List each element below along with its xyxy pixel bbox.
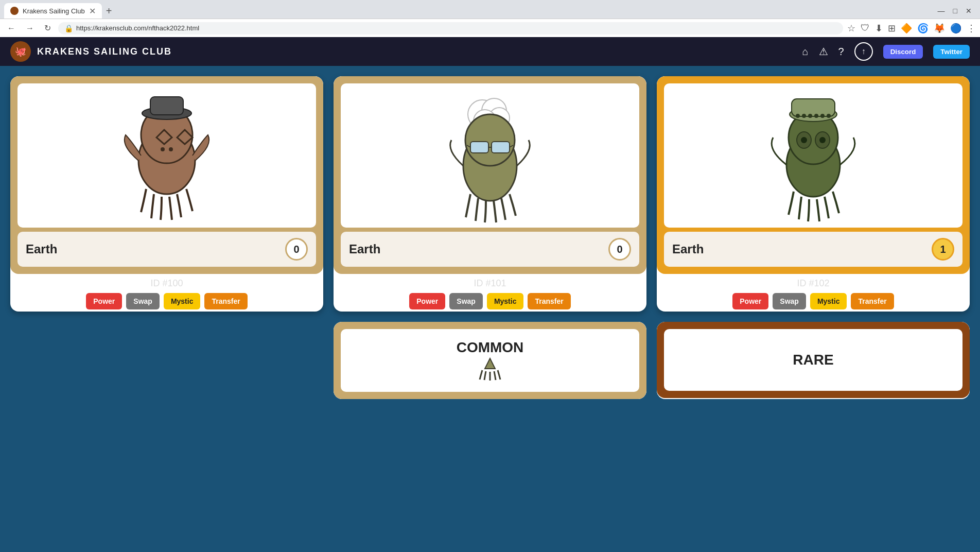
card-count-102: 1: [932, 238, 954, 261]
reload-button[interactable]: ↻: [41, 22, 54, 34]
svg-rect-15: [492, 142, 510, 153]
card-footer-100: Earth 0: [18, 232, 316, 267]
card-footer-101: Earth 0: [341, 232, 639, 267]
card-buttons-101: Power Swap Mystic Transfer: [334, 293, 646, 312]
svg-point-23: [796, 114, 800, 118]
card-count-100: 0: [285, 238, 308, 261]
tab-close-button[interactable]: ✕: [89, 6, 96, 16]
svg-point-6: [161, 147, 165, 151]
discord-button[interactable]: Discord: [883, 45, 923, 59]
nft-card-101: Earth 0 ID #101 Power Swap Mystic Transf…: [334, 76, 646, 312]
logo-icon: 🐙: [15, 46, 26, 57]
url-bar[interactable]: 🔒 https://krakensclub.com/nfthack2022.ht…: [58, 22, 843, 34]
svg-point-32: [819, 137, 826, 143]
browser-icon-4: 🔵: [950, 23, 961, 34]
tab-bar: Krakens Sailing Club ✕ + — □ ✕: [0, 0, 980, 19]
browser-icon-2: 🌀: [917, 23, 929, 34]
card-count-101: 0: [608, 238, 631, 261]
card-id-102: ID #102: [657, 274, 970, 293]
window-controls: — □ ✕: [938, 7, 976, 15]
download-icon[interactable]: ⬇: [875, 23, 883, 34]
card-footer-102: Earth 1: [664, 232, 962, 267]
svg-point-7: [169, 147, 173, 151]
card-buttons-100: Power Swap Mystic Transfer: [10, 293, 323, 312]
cards-grid: Earth 0 ID #100 Power Swap Mystic Transf…: [10, 76, 970, 312]
kraken-svg-100: [115, 89, 218, 222]
active-tab[interactable]: Krakens Sailing Club ✕: [4, 3, 102, 19]
window-minimize[interactable]: —: [938, 7, 945, 15]
shield-icon[interactable]: 🛡: [861, 23, 870, 33]
alert-icon[interactable]: ⚠: [819, 45, 828, 58]
svg-rect-22: [792, 99, 835, 116]
browser-icon-3: 🦊: [934, 23, 945, 34]
window-maximize[interactable]: □: [953, 7, 957, 15]
bottom-card-common-inner: COMMON: [334, 322, 646, 399]
help-icon[interactable]: ?: [838, 46, 844, 58]
card-inner-100: Earth 0: [10, 76, 323, 274]
url-text: https://krakensclub.com/nfthack2022.html: [76, 24, 199, 32]
transfer-button-100[interactable]: Transfer: [204, 293, 247, 309]
svg-point-27: [820, 114, 825, 118]
nft-card-102: Earth 1 ID #102 Power Swap Mystic Transf…: [657, 76, 970, 312]
card-name-102: Earth: [672, 242, 704, 256]
upload-button[interactable]: ↑: [854, 42, 873, 61]
card-buttons-102: Power Swap Mystic Transfer: [657, 293, 970, 312]
transfer-button-102[interactable]: Transfer: [851, 293, 894, 309]
bottom-card-rare-inner: RARE: [657, 322, 970, 398]
common-card-icon: [475, 356, 505, 382]
browser-menu[interactable]: ⋮: [967, 23, 976, 34]
rare-label: RARE: [793, 352, 833, 368]
card-id-101: ID #101: [334, 274, 646, 293]
home-icon[interactable]: ⌂: [802, 46, 808, 58]
swap-button-102[interactable]: Swap: [773, 293, 806, 309]
transfer-button-101[interactable]: Transfer: [528, 293, 570, 309]
site-title: KRAKENS SAILING CLUB: [37, 46, 802, 57]
extensions-icon[interactable]: ⊞: [888, 23, 896, 34]
svg-rect-14: [470, 142, 488, 153]
bottom-card-rare-content: RARE: [664, 329, 962, 391]
navbar: 🐙 KRAKENS SAILING CLUB ⌂ ⚠ ? ↑ Discord T…: [0, 37, 980, 66]
common-label: COMMON: [457, 339, 524, 356]
svg-point-24: [802, 114, 806, 118]
card-image-area-100: [18, 83, 316, 228]
svg-point-13: [465, 114, 515, 166]
card-image-area-101: [341, 83, 639, 228]
security-icon: 🔒: [64, 24, 73, 32]
power-button-100[interactable]: Power: [86, 293, 122, 309]
swap-button-101[interactable]: Swap: [449, 293, 483, 309]
card-image-area-102: [664, 83, 962, 228]
card-id-100: ID #100: [10, 274, 323, 293]
browser-toolbar-icons: ☆ 🛡 ⬇ ⊞ 🔶 🌀 🦊 🔵 ⋮: [847, 23, 976, 34]
bottom-card-empty: [10, 322, 323, 399]
tab-favicon: [10, 7, 19, 15]
svg-point-26: [814, 114, 818, 118]
mystic-button-101[interactable]: Mystic: [487, 293, 524, 309]
svg-point-25: [808, 114, 812, 118]
power-button-101[interactable]: Power: [409, 293, 445, 309]
browser-icon-1: 🔶: [901, 23, 912, 34]
back-button[interactable]: ←: [4, 23, 19, 34]
card-inner-101: Earth 0: [334, 76, 646, 274]
bottom-cards-grid: COMMON RARE: [10, 322, 970, 399]
forward-button[interactable]: →: [23, 23, 37, 34]
card-name-100: Earth: [26, 242, 57, 256]
bottom-card-rare: RARE: [657, 322, 970, 399]
new-tab-button[interactable]: +: [102, 5, 116, 17]
bookmark-star-icon[interactable]: ☆: [847, 23, 855, 34]
navbar-icons: ⌂ ⚠ ? ↑ Discord Twitter: [802, 42, 970, 61]
swap-button-100[interactable]: Swap: [126, 293, 160, 309]
card-name-101: Earth: [349, 242, 380, 256]
svg-point-31: [801, 137, 807, 143]
twitter-button[interactable]: Twitter: [933, 45, 970, 59]
svg-marker-33: [485, 358, 495, 369]
browser-chrome: Krakens Sailing Club ✕ + — □ ✕ ← → ↻ 🔒 h…: [0, 0, 980, 37]
power-button-102[interactable]: Power: [732, 293, 768, 309]
site-logo: 🐙: [10, 41, 31, 62]
svg-point-28: [827, 114, 831, 118]
mystic-button-102[interactable]: Mystic: [810, 293, 847, 309]
mystic-button-100[interactable]: Mystic: [164, 293, 201, 309]
window-close[interactable]: ✕: [966, 7, 972, 15]
bottom-card-common-content: COMMON: [341, 329, 639, 392]
kraken-svg-102: [762, 89, 865, 222]
main-content: Earth 0 ID #100 Power Swap Mystic Transf…: [0, 66, 980, 409]
